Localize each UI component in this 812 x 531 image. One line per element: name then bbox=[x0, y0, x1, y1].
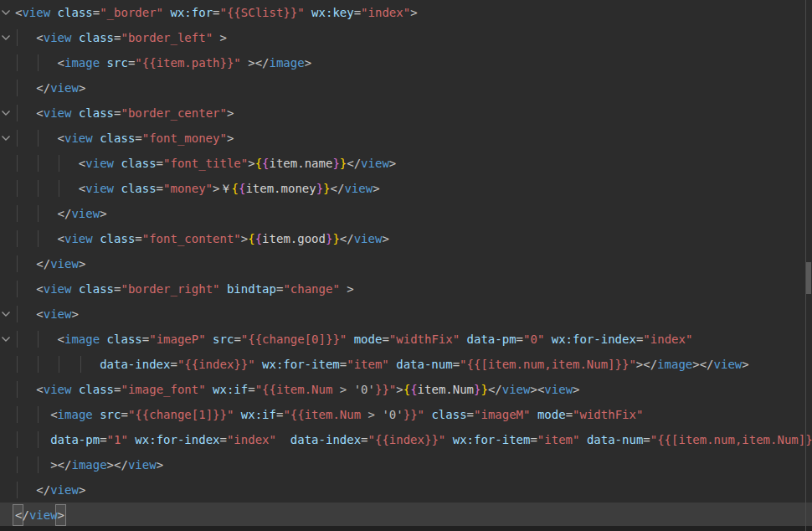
code-line[interactable]: <view> bbox=[0, 302, 812, 327]
code-token bbox=[71, 383, 78, 396]
code-token: = bbox=[93, 6, 100, 19]
code-token: "{{change[1]}}" bbox=[128, 408, 234, 421]
code-token: wx:if bbox=[241, 408, 276, 421]
code-line[interactable]: <view class="border_left" > bbox=[0, 25, 812, 50]
code-token: / bbox=[22, 508, 28, 522]
code-token: view bbox=[44, 307, 72, 321]
code-line[interactable]: <image src="{{item.path}}" ></image> bbox=[0, 50, 812, 75]
code-line[interactable]: <view class="border_right" bindtap="chan… bbox=[0, 276, 812, 302]
code-token bbox=[220, 282, 227, 296]
code-token: view bbox=[714, 358, 743, 371]
code-token: class bbox=[58, 6, 93, 19]
code-token: wx:for bbox=[170, 6, 213, 19]
code-line[interactable]: <view class="_border" wx:for="{{SClist}}… bbox=[0, 0, 812, 25]
code-token: > bbox=[742, 358, 748, 371]
code-token: > bbox=[305, 56, 311, 70]
code-token bbox=[100, 333, 106, 346]
code-token: } bbox=[481, 383, 487, 396]
code-token bbox=[71, 282, 78, 296]
code-token: view bbox=[71, 207, 100, 220]
code-line[interactable]: </view> bbox=[0, 251, 812, 276]
code-token: "font_money" bbox=[142, 131, 227, 145]
code-line[interactable]: </view> bbox=[0, 477, 812, 503]
code-token: { bbox=[262, 157, 269, 170]
code-line[interactable]: </view> bbox=[0, 201, 812, 226]
code-token: > bbox=[58, 508, 64, 522]
code-line[interactable]: <image src="{{change[1]}}" wx:if="{{item… bbox=[0, 402, 812, 427]
fold-chevron-down-icon[interactable] bbox=[1, 135, 11, 142]
code-token: "money" bbox=[163, 182, 213, 195]
code-token: < bbox=[58, 56, 64, 70]
code-token: view bbox=[344, 182, 373, 195]
code-token: < bbox=[58, 232, 64, 245]
code-token: = bbox=[213, 6, 219, 19]
code-token: = bbox=[382, 333, 388, 346]
code-line[interactable]: data-index="{{index}}" wx:for-item="item… bbox=[0, 352, 812, 377]
code-line[interactable]: <image class="imageP" src="{{change[0]}}… bbox=[0, 327, 812, 352]
code-token: < bbox=[36, 106, 43, 120]
indent-spaces bbox=[15, 56, 58, 70]
code-token: "change" bbox=[283, 282, 339, 296]
fold-chevron-down-icon[interactable] bbox=[1, 9, 11, 16]
code-token: > bbox=[79, 257, 85, 271]
code-token: wx:if bbox=[213, 383, 248, 396]
code-token: </ bbox=[36, 81, 50, 95]
fold-chevron-down-icon[interactable] bbox=[1, 311, 11, 317]
code-token bbox=[340, 282, 347, 296]
code-token: image bbox=[71, 458, 106, 472]
code-token: { bbox=[255, 232, 262, 245]
code-token: > bbox=[100, 207, 106, 220]
indent-spaces bbox=[15, 307, 36, 321]
code-token bbox=[460, 333, 466, 346]
code-area: <view class="_border" wx:for="{{SClist}}… bbox=[0, 0, 812, 528]
code-line[interactable]: ></image></view> bbox=[0, 452, 812, 477]
code-token: view bbox=[50, 257, 79, 271]
code-line-current[interactable]: </view> bbox=[0, 503, 812, 528]
code-token bbox=[93, 131, 100, 145]
code-line[interactable]: <view class="image_font" wx:if="{{item.N… bbox=[0, 377, 812, 402]
code-token: '0' bbox=[354, 383, 375, 396]
code-line[interactable]: </view> bbox=[0, 75, 812, 101]
code-token: { bbox=[403, 383, 410, 396]
code-token: "{{SClist}}" bbox=[220, 6, 305, 19]
code-token bbox=[255, 358, 262, 371]
code-token: view bbox=[50, 483, 79, 497]
code-line[interactable]: <view class="font_content">{{item.good}}… bbox=[0, 226, 812, 251]
code-token: "{{item.Num bbox=[255, 383, 333, 396]
code-line[interactable]: <view class="money">￥{{item.money}}</vie… bbox=[0, 176, 812, 201]
code-token: { bbox=[232, 182, 239, 195]
code-line[interactable]: data-pm="1" wx:for-index="index" data-in… bbox=[0, 427, 812, 452]
code-token: view bbox=[128, 458, 157, 472]
code-token: "0" bbox=[523, 333, 544, 346]
code-token bbox=[347, 333, 353, 346]
fold-chevron-down-icon[interactable] bbox=[1, 336, 11, 343]
code-token: "image_font" bbox=[121, 383, 205, 396]
code-token: "imageM" bbox=[474, 408, 530, 421]
code-token: view bbox=[544, 383, 573, 396]
code-line[interactable]: <view class="font_money"> bbox=[0, 126, 812, 151]
code-token: > bbox=[361, 408, 382, 421]
code-token: ></ bbox=[50, 458, 71, 472]
code-token: = bbox=[248, 383, 254, 396]
code-token: > bbox=[389, 157, 396, 170]
code-line[interactable]: <view class="font_title">{{item.name}}</… bbox=[0, 151, 812, 176]
code-token bbox=[544, 333, 551, 346]
code-token: wx:key bbox=[311, 6, 354, 19]
code-token: view bbox=[502, 383, 531, 396]
fold-chevron-down-icon[interactable] bbox=[1, 110, 11, 116]
code-token: "1" bbox=[107, 433, 128, 446]
code-token: { bbox=[255, 157, 262, 170]
code-token: = bbox=[157, 182, 163, 195]
indent-spaces bbox=[15, 232, 58, 245]
code-token: ></ bbox=[107, 458, 128, 472]
code-token: wx:for-index bbox=[135, 433, 219, 446]
fold-chevron-down-icon[interactable] bbox=[1, 34, 11, 41]
scrollbar-thumb[interactable] bbox=[806, 262, 811, 294]
indent-spaces bbox=[15, 458, 50, 472]
code-token: "{{change[0]}}" bbox=[241, 333, 347, 346]
code-line[interactable]: <view class="border_center"> bbox=[0, 101, 812, 126]
code-token: wx:for-index bbox=[552, 333, 636, 346]
code-token: "{{index}}" bbox=[368, 433, 446, 446]
code-token: data-pm bbox=[467, 333, 516, 346]
code-token: "font_content" bbox=[142, 232, 241, 245]
